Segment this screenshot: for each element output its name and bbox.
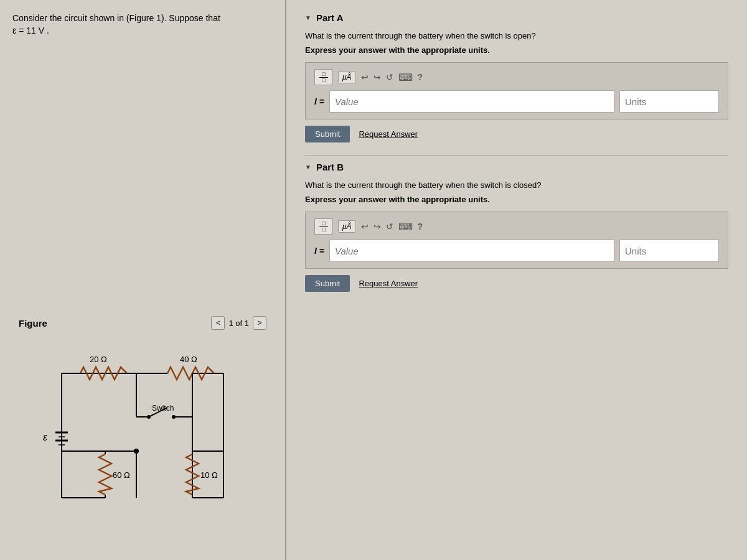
figure-area: Figure < 1 of 1 >	[12, 49, 273, 548]
part-b-unit-button[interactable]: μÅ	[338, 220, 356, 233]
r4-label: 10 Ω	[200, 470, 218, 480]
part-a-section: ▼ Part A What is the current through the…	[305, 12, 728, 142]
part-a-units-input[interactable]	[619, 90, 719, 113]
left-panel: Consider the circuit shown in (Figure 1)…	[0, 0, 286, 560]
part-b-undo-button[interactable]: ↩	[361, 222, 369, 231]
nav-page: 1 of 1	[228, 319, 249, 328]
nav-controls: < 1 of 1 >	[211, 316, 266, 330]
part-a-toolbar: □ □ μÅ ↩ ↪ ↺ ⌨ ?	[314, 69, 719, 85]
part-a-refresh-button[interactable]: ↺	[386, 72, 393, 82]
part-b-instruction: Express your answer with the appropriate…	[305, 195, 728, 204]
r3-label: 60 Ω	[113, 470, 130, 480]
part-b-section: ▼ Part B What is the current through the…	[305, 162, 728, 292]
figure-label-row: Figure < 1 of 1 >	[12, 316, 273, 330]
r2-label: 40 Ω	[180, 355, 197, 364]
part-a-value-input[interactable]	[329, 90, 614, 113]
part-b-value-input[interactable]	[329, 240, 614, 262]
part-a-redo-button[interactable]: ↪	[374, 72, 381, 82]
part-a-unit-button[interactable]: μÅ	[338, 71, 356, 83]
part-a-request-link[interactable]: Request Answer	[359, 129, 418, 139]
part-a-fraction-button[interactable]: □ □	[314, 69, 333, 85]
part-a-keyboard-button[interactable]: ⌨	[398, 72, 413, 83]
problem-line1: Consider the circuit shown in (Figure 1)…	[12, 13, 220, 23]
r1-label: 20 Ω	[90, 355, 107, 364]
part-b-refresh-button[interactable]: ↺	[386, 222, 393, 231]
part-a-header: ▼ Part A	[305, 12, 728, 23]
figure-label: Figure	[19, 318, 47, 329]
part-b-submit-row: Submit Request Answer	[305, 275, 728, 292]
part-b-input-label: I =	[314, 246, 324, 256]
part-a-answer-box: □ □ μÅ ↩ ↪ ↺ ⌨ ? I =	[305, 62, 728, 119]
part-a-help-button[interactable]: ?	[418, 72, 423, 82]
circuit-diagram: ε 20 Ω	[24, 336, 261, 535]
parts-divider	[305, 155, 728, 156]
part-b-units-input[interactable]	[619, 240, 719, 262]
emf-label: ε	[43, 432, 48, 442]
part-a-collapse-icon[interactable]: ▼	[305, 14, 311, 21]
nav-next-button[interactable]: >	[253, 316, 266, 330]
part-b-redo-button[interactable]: ↪	[374, 222, 381, 231]
part-b-answer-box: □ □ μÅ ↩ ↪ ↺ ⌨ ? I =	[305, 212, 728, 269]
nav-prev-button[interactable]: <	[211, 316, 225, 330]
part-a-submit-row: Submit Request Answer	[305, 126, 728, 142]
part-b-header: ▼ Part B	[305, 162, 728, 172]
part-a-submit-button[interactable]: Submit	[305, 126, 350, 142]
part-b-submit-button[interactable]: Submit	[305, 275, 350, 292]
part-a-instruction: Express your answer with the appropriate…	[305, 45, 728, 55]
part-b-help-button[interactable]: ?	[418, 222, 423, 231]
problem-text: Consider the circuit shown in (Figure 1)…	[12, 12, 273, 37]
right-panel: ▼ Part A What is the current through the…	[286, 0, 747, 560]
part-a-input-row: I =	[314, 90, 719, 113]
part-a-undo-button[interactable]: ↩	[361, 72, 369, 82]
part-b-input-row: I =	[314, 240, 719, 262]
part-b-keyboard-button[interactable]: ⌨	[398, 221, 413, 233]
circuit-svg: ε 20 Ω	[24, 336, 261, 535]
svg-point-37	[134, 449, 139, 454]
part-a-title: Part A	[316, 12, 344, 23]
part-b-fraction-button[interactable]: □ □	[314, 218, 333, 235]
part-b-collapse-icon[interactable]: ▼	[305, 164, 311, 170]
part-a-input-label: I =	[314, 96, 324, 106]
switch-label: Switch	[152, 404, 174, 413]
part-a-question: What is the current through the battery …	[305, 30, 728, 42]
problem-line2: ε = 11 V .	[12, 26, 49, 35]
part-b-toolbar: □ □ μÅ ↩ ↪ ↺ ⌨ ?	[314, 218, 719, 235]
part-b-question: What is the current through the battery …	[305, 180, 728, 191]
part-b-request-link[interactable]: Request Answer	[359, 279, 418, 288]
part-b-title: Part B	[316, 162, 344, 172]
